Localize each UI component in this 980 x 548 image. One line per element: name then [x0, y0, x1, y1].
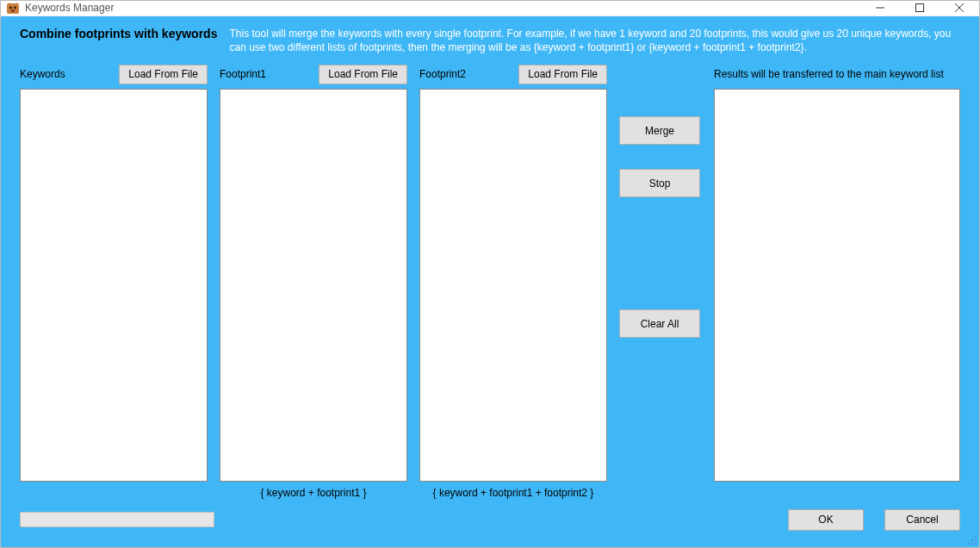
- results-textarea[interactable]: [714, 89, 960, 482]
- footprint2-hint: { keyword + footprint1 + footprint2 }: [419, 487, 607, 499]
- actions-column: Merge Stop Clear All: [619, 63, 702, 338]
- footprint1-label: Footprint1: [220, 68, 266, 80]
- page-heading: Combine footprints with keywords: [20, 27, 217, 40]
- footprint2-label: Footprint2: [419, 68, 466, 80]
- resize-grip-icon[interactable]: [967, 535, 977, 545]
- app-icon: [6, 1, 20, 15]
- keywords-label: Keywords: [20, 68, 65, 80]
- svg-rect-5: [916, 4, 924, 12]
- minimize-button[interactable]: [860, 1, 900, 16]
- footprint2-textarea[interactable]: [419, 89, 607, 482]
- keywords-textarea[interactable]: [20, 89, 208, 482]
- keywords-load-button[interactable]: Load From File: [119, 65, 208, 84]
- window-title: Keywords Manager: [25, 2, 114, 14]
- footer-row: OK Cancel: [20, 508, 960, 532]
- results-column: Results will be transferred to the main …: [714, 63, 960, 482]
- stop-button[interactable]: Stop: [619, 169, 700, 197]
- results-label: Results will be transferred to the main …: [714, 68, 944, 80]
- svg-point-13: [968, 543, 970, 545]
- clear-all-button[interactable]: Clear All: [619, 309, 700, 338]
- header-row: Combine footprints with keywords This to…: [20, 27, 960, 54]
- progress-bar: [20, 512, 214, 527]
- cancel-button[interactable]: Cancel: [884, 509, 960, 531]
- svg-rect-0: [7, 3, 19, 14]
- columns-container: Keywords Load From File Footprint1 Load …: [20, 63, 960, 499]
- maximize-button[interactable]: [900, 1, 940, 16]
- svg-point-8: [975, 536, 977, 538]
- ok-button[interactable]: OK: [788, 509, 864, 531]
- footprint1-textarea[interactable]: [220, 89, 407, 482]
- merge-button[interactable]: Merge: [619, 116, 700, 145]
- close-button[interactable]: [940, 1, 979, 16]
- window-controls: [860, 1, 979, 16]
- svg-point-2: [14, 7, 16, 9]
- svg-point-12: [971, 543, 973, 545]
- footprint1-load-button[interactable]: Load From File: [319, 65, 407, 84]
- keywords-column: Keywords Load From File: [20, 63, 208, 482]
- svg-point-10: [971, 539, 973, 541]
- footprint1-column: Footprint1 Load From File { keyword + fo…: [220, 63, 407, 499]
- window-frame: Keywords Manager Combine footprints with…: [0, 0, 980, 548]
- footprint2-load-button[interactable]: Load From File: [518, 65, 607, 84]
- svg-point-1: [9, 7, 12, 9]
- client-area: Combine footprints with keywords This to…: [1, 16, 979, 547]
- svg-point-11: [975, 543, 977, 545]
- page-description: This tool will merge the keywords with e…: [229, 27, 960, 54]
- footprint1-hint: { keyword + footprint1 }: [220, 487, 407, 499]
- svg-point-9: [975, 539, 977, 541]
- svg-point-3: [11, 10, 15, 12]
- title-bar[interactable]: Keywords Manager: [1, 1, 979, 16]
- footprint2-column: Footprint2 Load From File { keyword + fo…: [419, 63, 607, 499]
